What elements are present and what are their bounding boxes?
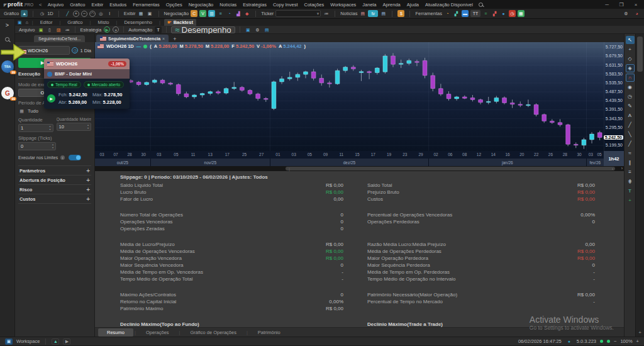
layout-grid-icon[interactable]: ▦ [138, 10, 145, 17]
tab-grafico[interactable]: Gráfico [64, 20, 86, 25]
chart-shortcut-icon[interactable]: ▲ [52, 338, 59, 345]
workspace-monitor-icon[interactable]: ▣ [5, 338, 13, 345]
ray-line-tool[interactable]: ╲ [626, 130, 635, 138]
expand-plus-icon[interactable]: + [86, 186, 90, 193]
panel-icon[interactable]: ▬ [462, 10, 469, 17]
collapse-menu-icon[interactable]: < [39, 2, 42, 8]
hscroll-right-arrow[interactable]: › [621, 166, 623, 170]
buy-ticket-icon[interactable]: C [191, 10, 197, 17]
qty-spin-icons[interactable]: ▴▾ [49, 125, 50, 131]
menu-cotacoes[interactable]: Cotações [304, 2, 325, 8]
zoom-out-icon[interactable]: − [81, 11, 87, 17]
delete-strategy-icon[interactable]: ▯ [46, 26, 53, 33]
qty-max-spin-icons[interactable]: ▴▾ [87, 124, 89, 130]
crosshair-tool[interactable]: + [626, 45, 635, 53]
book-icon[interactable]: ▥ [208, 10, 215, 17]
scroll-add-icon[interactable]: + [636, 330, 644, 335]
backtest-tab-patrimonio[interactable]: Patrimônio [249, 328, 289, 337]
history-clock-tool[interactable]: ◷ [626, 92, 635, 101]
text-tool[interactable]: A [626, 111, 635, 120]
timer-icon[interactable]: ◔ [444, 10, 451, 17]
info-icon[interactable]: i [60, 155, 65, 160]
price-axis[interactable]: 5.727,505.679,505.631,505.583,505.535,50… [604, 42, 624, 151]
timeframe-clock-icon[interactable]: ◷ [72, 47, 78, 53]
run-strategy-icon[interactable]: ▶ [104, 26, 110, 33]
accordion-custos[interactable]: Custos+ [18, 194, 91, 204]
zoom-reset-icon[interactable]: ◎ [97, 10, 104, 17]
ticker-list-icon[interactable]: ≔ [323, 10, 330, 17]
expand-plus-icon[interactable]: + [86, 167, 90, 174]
chart-tab-seguimento[interactable]: SeguimentoDeTendencia × [96, 35, 169, 42]
chart-symbol[interactable]: WDOH26 1D [106, 43, 134, 49]
news-quotes-icon[interactable]: ▤ [359, 10, 366, 17]
modules-icon[interactable]: ▞ [453, 10, 460, 17]
risk-shield-icon[interactable]: ◆ [243, 10, 250, 17]
cursor-tool[interactable]: ↖ [626, 36, 635, 44]
dollar-icon[interactable]: $ [397, 10, 404, 17]
qty-max-stepper[interactable]: 10▴▾ [57, 123, 92, 131]
workspace-label[interactable]: Workspace [16, 338, 40, 344]
magnet-tool[interactable]: ∩ [626, 74, 635, 82]
search-icon[interactable] [479, 3, 483, 7]
visibility-tool[interactable]: ◉ [626, 83, 635, 91]
alarm-icon[interactable]: ◷ [509, 10, 516, 17]
slippage-stepper[interactable]: 0▴▾ [18, 142, 56, 150]
tab-misto[interactable]: Misto [95, 20, 113, 25]
agenda-icon[interactable]: ▦ [518, 10, 525, 17]
timeframe-label[interactable]: 1 Dia [80, 48, 91, 53]
panel-tab-seguimento[interactable]: SeguimentoDeTend... [34, 35, 85, 42]
menu-atualizacao-disponivel[interactable]: Atualização Disponível [425, 2, 473, 8]
shapes-tool[interactable]: ◇ [626, 55, 635, 63]
menu-grafico[interactable]: Gráfico [70, 2, 85, 8]
right-scrollbar[interactable]: + [635, 34, 644, 337]
hlines-tool[interactable]: ≡ [626, 168, 635, 176]
accordion-abertura-de-posicao[interactable]: Abertura de Posição+ [18, 176, 91, 185]
chart-mini-icon[interactable]: ▣ [18, 20, 22, 25]
panel-search-icon[interactable] [5, 37, 9, 42]
strategy-list-icon[interactable]: ≔ [64, 26, 70, 33]
orders-list-icon[interactable]: ≡ [217, 10, 224, 17]
play-shortcut-icon[interactable]: ▶ [63, 338, 70, 345]
menu-noticias[interactable]: Notícias [219, 2, 236, 8]
record-strategy-icon[interactable]: ● [113, 26, 119, 33]
clock-icon[interactable]: ◷ [38, 10, 45, 17]
chart-type-icon[interactable]: ▲ [21, 10, 28, 17]
segment-line-tool[interactable]: ╱ [626, 140, 635, 148]
backtest-tab-grafico-de-operacoes[interactable]: Gráfico de Operações [182, 328, 245, 337]
add-indicator-tool[interactable]: + [626, 196, 635, 204]
fibonacci-tool[interactable]: ⋕ [626, 177, 635, 186]
menu-aprenda[interactable]: Aprenda [382, 2, 400, 8]
tab-desempenho[interactable]: Desempenho [121, 20, 155, 25]
blocks-icon[interactable]: ▞ [491, 10, 498, 17]
zoom-area-icon[interactable]: ◠ [89, 11, 96, 17]
zoom-in-control[interactable]: + [636, 338, 639, 344]
ticker-input[interactable]: ▾ [275, 10, 321, 17]
maximize-button[interactable]: ❒ [617, 2, 626, 8]
open-strategy-icon[interactable]: ▨ [55, 26, 62, 33]
minimize-button[interactable]: ─ [602, 2, 611, 8]
new-chart-tab-icon[interactable]: + [171, 36, 178, 42]
home-icon[interactable]: ⌂ [26, 20, 28, 25]
app-bubble-red[interactable]: G99 [1, 87, 14, 99]
sell-ticket-icon[interactable]: V [199, 10, 206, 17]
gear-icon[interactable]: ⚙ [254, 26, 261, 33]
edit-tool[interactable]: ✎ [626, 102, 635, 110]
lock-icon[interactable]: ▣ [245, 26, 252, 33]
close-button[interactable]: × [631, 2, 640, 8]
volume-chart-icon[interactable]: ▟ [235, 10, 242, 17]
chart-hscrollbar[interactable]: ⋮‹ › [95, 166, 624, 171]
period-value[interactable]: Tudo [28, 108, 38, 114]
accordion-risco[interactable]: Risco+ [18, 185, 91, 194]
menu-workspaces[interactable]: Workspaces [330, 2, 356, 8]
menu-copy-invest[interactable]: Copy Invest [273, 2, 298, 8]
text2-tool[interactable]: T [626, 187, 635, 195]
times-trades-icon[interactable]: ◔ [226, 10, 233, 17]
tv-icon[interactable]: tv [368, 10, 378, 17]
export-icon[interactable]: ▤ [264, 26, 270, 33]
news-feed-icon[interactable]: ▤ [380, 10, 387, 17]
tab-editor[interactable]: Editor [37, 20, 56, 25]
menu-negociacao[interactable]: Negociação [189, 2, 214, 8]
trendline-icon[interactable]: ╱ [64, 10, 71, 17]
accordion-parametros[interactable]: Parâmetros+ [18, 166, 91, 176]
menu-opcoes[interactable]: Opções [166, 2, 182, 8]
